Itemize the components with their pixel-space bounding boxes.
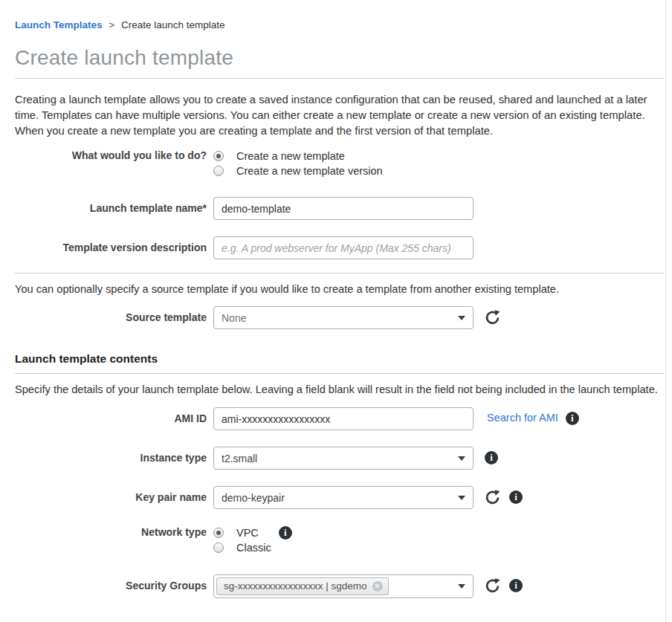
radio-create-new-template[interactable]: Create a new template <box>213 149 345 163</box>
info-icon[interactable]: i <box>509 579 523 592</box>
radio-create-new-template-version-label: Create a new template version <box>236 165 383 177</box>
chevron-down-icon <box>458 316 465 320</box>
breadcrumb-current: Create launch template <box>121 19 225 30</box>
security-group-tag-text: sg-xxxxxxxxxxxxxxxxx | sgdemo <box>224 580 367 592</box>
contents-divider <box>15 373 664 374</box>
breadcrumb-link-launch-templates[interactable]: Launch Templates <box>15 19 103 30</box>
version-description-input[interactable] <box>213 236 474 259</box>
radio-create-new-template-version[interactable]: Create a new template version <box>213 163 383 178</box>
security-groups-select[interactable]: sg-xxxxxxxxxxxxxxxxx | sgdemo ✕ <box>213 574 474 598</box>
radio-classic[interactable]: Classic <box>213 540 271 555</box>
source-template-note: You can optionally specify a source temp… <box>15 283 668 295</box>
refresh-icon[interactable] <box>485 578 500 594</box>
radio-create-new-template-label: Create a new template <box>236 150 345 162</box>
ami-id-label: AMI ID <box>15 407 207 424</box>
security-groups-label: Security Groups <box>15 574 207 592</box>
page-title: Create launch template <box>15 46 665 70</box>
radio-unselected-icon[interactable] <box>213 166 224 176</box>
what-would-you-like-row: What would you like to do? Create a new … <box>15 149 665 178</box>
what-would-you-like-label: What would you like to do? <box>15 149 207 161</box>
security-group-tag: sg-xxxxxxxxxxxxxxxxx | sgdemo ✕ <box>216 577 389 595</box>
title-divider <box>15 78 664 79</box>
contents-heading: Launch template contents <box>15 352 665 366</box>
radio-selected-icon[interactable] <box>213 528 224 538</box>
chevron-down-icon <box>458 584 465 589</box>
info-icon[interactable]: i <box>509 490 523 504</box>
source-template-label: Source template <box>15 306 207 323</box>
chevron-down-icon <box>458 456 465 461</box>
radio-selected-icon[interactable] <box>213 151 224 161</box>
template-name-input[interactable] <box>213 197 474 220</box>
instance-type-value: t2.small <box>222 453 257 464</box>
instance-type-label: Instance type <box>15 447 207 464</box>
key-pair-select[interactable]: demo-keypair <box>213 486 474 509</box>
refresh-icon[interactable] <box>485 310 500 325</box>
info-icon[interactable]: i <box>485 451 498 464</box>
network-type-radiogroup: VPC i Classic <box>213 525 292 555</box>
instance-type-row: Instance type t2.small i <box>15 447 665 470</box>
chevron-down-icon <box>458 496 465 500</box>
refresh-icon[interactable] <box>485 490 500 505</box>
remove-tag-icon[interactable]: ✕ <box>372 581 383 592</box>
search-for-ami-link[interactable]: Search for AMI <box>487 412 558 424</box>
breadcrumb: Launch Templates > Create launch templat… <box>15 0 665 30</box>
version-description-row: Template version description <box>15 236 665 259</box>
breadcrumb-separator: > <box>109 19 114 30</box>
contents-note: Specify the details of your launch templ… <box>15 383 668 395</box>
source-template-select[interactable]: None <box>213 306 474 329</box>
info-icon[interactable]: i <box>566 412 579 425</box>
key-pair-label: Key pair name <box>15 486 207 503</box>
network-type-row: Network type VPC i Classic <box>15 525 665 555</box>
source-template-row: Source template None <box>15 306 665 329</box>
version-description-label: Template version description <box>15 236 207 253</box>
network-type-label: Network type <box>15 525 207 538</box>
ami-id-input[interactable] <box>213 407 474 430</box>
radio-unselected-icon[interactable] <box>213 542 224 553</box>
radio-vpc[interactable]: VPC <box>213 525 259 540</box>
template-choice-radiogroup: Create a new template Create a new templ… <box>213 149 383 178</box>
create-launch-template-page: Launch Templates > Create launch templat… <box>0 0 666 622</box>
source-section-divider <box>15 273 664 273</box>
instance-type-select[interactable]: t2.small <box>213 447 474 470</box>
radio-vpc-label: VPC <box>236 527 259 539</box>
intro-text: Creating a launch template allows you to… <box>15 92 668 139</box>
security-groups-row: Security Groups sg-xxxxxxxxxxxxxxxxx | s… <box>15 574 665 598</box>
key-pair-value: demo-keypair <box>222 492 285 504</box>
info-icon[interactable]: i <box>279 526 292 540</box>
ami-id-row: AMI ID Search for AMI i <box>15 407 665 430</box>
source-template-value: None <box>222 312 246 324</box>
key-pair-row: Key pair name demo-keypair i <box>15 486 665 509</box>
template-name-label: Launch template name* <box>15 197 207 214</box>
radio-classic-label: Classic <box>236 542 271 554</box>
template-name-row: Launch template name* <box>15 197 665 220</box>
